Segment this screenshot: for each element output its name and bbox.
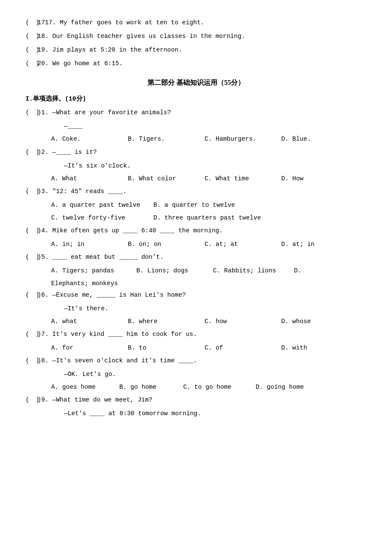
section-I-title: I.单项选择。(10分) (26, 93, 366, 104)
q2-optB: B. What color (128, 173, 205, 184)
mc-q3: ( ) )3. "12: 45" reads ____. A. a quarte… (26, 186, 366, 223)
q2-optC: C. What time (205, 173, 281, 184)
q4-options: A. in; in B. on; on C. at; at D. at; in (26, 239, 366, 250)
bracket-20: ( ) (26, 58, 37, 69)
mc-q9: ( ) )9. —What time do we meet, Jim? —Let… (26, 394, 366, 419)
question-18: ( ) 18. Our English teacher gives us cla… (26, 31, 366, 42)
bracket-17: ( ) (26, 17, 37, 28)
q5-options-row1: A. Tigers; pandas B. Lions; dogs C. Rabb… (26, 265, 366, 276)
question-19: ( ) 19. Jim plays at 5:20 in the afterno… (26, 44, 366, 55)
q18-content: 18. Our English teacher gives us classes… (37, 31, 245, 42)
q6-optD: D. whose (281, 316, 358, 327)
q5-optA: A. Tigers; pandas (51, 265, 136, 276)
q1-text: )1. —What are your favorite animals? (37, 107, 171, 118)
q2-text: )2. —____ is it? (37, 147, 97, 158)
mc-q5: ( ) )5. ____ eat meat but _____ don't. A… (26, 251, 366, 289)
q4-optC: C. at; at (205, 239, 281, 250)
bracket-q5: ( ) (26, 251, 37, 263)
q1-optD: D. Blue. (281, 133, 358, 145)
q8-optC: C. to go home (183, 382, 256, 393)
q3-optD: D. three quarters past twelve (153, 212, 261, 223)
q3-options-row2: C. twelve forty-five D. three quarters p… (26, 212, 366, 223)
q5-optC: C. Rabbits; lions (213, 265, 294, 276)
q2-options: A. What B. What color C. What time D. Ho… (26, 173, 366, 184)
q2-optD: D. How (281, 173, 358, 184)
q7-optD: D. with (281, 342, 358, 353)
q7-optB: B. to (128, 342, 205, 353)
mc-q2: ( ) )2. —____ is it? —It's six o'clock. … (26, 147, 366, 184)
bracket-q9: ( ) (26, 394, 37, 405)
q6-optC: C. how (205, 316, 281, 327)
bracket-q2: ( ) (26, 147, 37, 158)
q8-optB: B. go home (119, 382, 183, 393)
q1-optB: B. Tigers. (128, 133, 205, 145)
q4-optA: A. in; in (51, 239, 128, 250)
q3-options-row1: A. a quarter past twelve B. a quarter to… (26, 199, 366, 211)
q6-options: A. what B. where C. how D. whose (26, 316, 366, 327)
q8-sub: —OK. Let's go. (26, 369, 366, 380)
bracket-q4: ( ) (26, 225, 37, 236)
q5-optB: B. Lions; dogs (136, 265, 213, 276)
q3-optB: B. a quarter to twelve (153, 199, 256, 211)
q5-optD: D. (294, 265, 307, 276)
mc-q4: ( ) )4. Mike often gets up ____ 6:40 ___… (26, 225, 366, 250)
q7-optA: A. for (51, 342, 128, 353)
bracket-q8: ( ) (26, 355, 37, 366)
q2-optA: A. What (51, 173, 128, 184)
q6-text: )6. —Excuse me, _____ is Han Lei's home? (37, 289, 186, 301)
q2-sub: —It's six o'clock. (26, 160, 366, 171)
mc-q6: ( ) )6. —Excuse me, _____ is Han Lei's h… (26, 289, 366, 327)
q1-optA: A. Coke. (51, 133, 128, 145)
q17-text: 17 (37, 17, 45, 28)
q6-optA: A. what (51, 316, 128, 327)
q1-sub: —____ (26, 121, 366, 132)
q7-optC: C. of (205, 342, 281, 353)
q17-content: 17. My father goes to work at ten to eig… (45, 17, 204, 28)
bracket-18: ( ) (26, 31, 37, 42)
q9-text: )9. —What time do we meet, Jim? (37, 394, 153, 405)
q8-options: A. goes home B. go home C. to go home D.… (26, 382, 366, 393)
q7-text: )7. It's very kind ____ him to cook for … (37, 329, 197, 340)
mc-q7: ( ) )7. It's very kind ____ him to cook … (26, 329, 366, 353)
q6-optB: B. where (128, 316, 205, 327)
q5-optD-cont: Elephants; monkeys (26, 278, 366, 289)
bracket-q6: ( ) (26, 289, 37, 301)
bracket-q1: ( ) (26, 107, 37, 118)
q20-content: 20. We go home at 6:15. (37, 58, 123, 69)
bracket-q7: ( ) (26, 329, 37, 340)
q3-optA: A. a quarter past twelve (51, 199, 153, 211)
q8-text: )8. —It's seven o'clock and it's time __… (37, 355, 197, 366)
bracket-q3: ( ) (26, 186, 37, 197)
q1-options: A. Coke. B. Tigers. C. Hamburgers. D. Bl… (26, 133, 366, 145)
q1-optC: C. Hamburgers. (205, 133, 281, 145)
section2-title: 第二部分 基础知识运用（55分） (26, 77, 366, 89)
part1-questions: ( ) 17 17. My father goes to work at ten… (26, 17, 366, 69)
question-17: ( ) 17 17. My father goes to work at ten… (26, 17, 366, 28)
question-20: ( ) 20. We go home at 6:15. (26, 58, 366, 69)
mc-q1: ( ) )1. —What are your favorite animals?… (26, 107, 366, 145)
q7-options: A. for B. to C. of D. with (26, 342, 366, 353)
q4-text: )4. Mike often gets up ____ 6:40 ____ th… (37, 225, 223, 236)
q4-optD: D. at; in (281, 239, 358, 250)
q3-text: )3. "12: 45" reads ____. (37, 186, 127, 197)
q3-optC: C. twelve forty-five (51, 212, 153, 223)
mc-q8: ( ) )8. —It's seven o'clock and it's tim… (26, 355, 366, 393)
q4-optB: B. on; on (128, 239, 205, 250)
bracket-19: ( ) (26, 44, 37, 55)
q9-sub: —Let's ____ at 8:30 tomorrow morning. (26, 408, 366, 419)
q5-text: )5. ____ eat meat but _____ don't. (37, 251, 164, 263)
q19-content: 19. Jim plays at 5:20 in the afternoon. (37, 44, 182, 55)
q8-optD: D. going home (256, 382, 332, 393)
q8-optA: A. goes home (51, 382, 119, 393)
q6-sub: —It's there. (26, 303, 366, 314)
